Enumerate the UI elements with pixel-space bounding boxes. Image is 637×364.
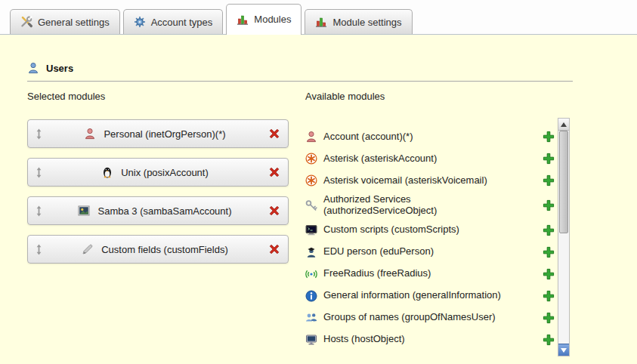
module-info: Custom fields (customFields) <box>49 243 261 255</box>
add-module-button[interactable] <box>543 131 555 143</box>
tab-account-types[interactable]: Account types <box>123 9 224 34</box>
available-module-row: Custom scripts (customScripts) <box>305 222 555 239</box>
add-module-button[interactable] <box>543 334 555 346</box>
add-icon <box>543 224 555 236</box>
tab-bar: General settingsAccount typesModulesModu… <box>0 0 637 35</box>
drag-handle-icon[interactable] <box>28 128 49 140</box>
module-info: Samba 3 (sambaSamAccount) <box>49 205 261 217</box>
add-module-button[interactable] <box>543 199 555 211</box>
selected-module-row[interactable]: Personal (inetOrgPerson)(*) <box>27 119 289 148</box>
add-module-button[interactable] <box>543 246 555 258</box>
asterisk-icon <box>305 153 317 165</box>
module-label: Samba 3 (sambaSamAccount) <box>97 205 231 217</box>
module-label: Unix (posixAccount) <box>121 167 209 178</box>
available-modules-heading: Available modules <box>305 91 385 102</box>
selected-module-row[interactable]: Unix (posixAccount) <box>27 158 289 187</box>
selected-modules-list: Personal (inetOrgPerson)(*)Unix (posixAc… <box>27 119 289 273</box>
tab-modules[interactable]: Modules <box>226 4 301 35</box>
tab-label: Account types <box>151 17 213 28</box>
chart-icon <box>237 14 249 26</box>
section-divider <box>27 81 573 82</box>
account-icon <box>305 131 317 143</box>
selected-modules-heading: Selected modules <box>27 91 105 102</box>
add-icon <box>543 246 555 258</box>
scroll-down-button[interactable] <box>558 344 569 356</box>
scrollbar[interactable] <box>558 118 570 356</box>
module-label: Personal (inetOrgPerson)(*) <box>104 128 225 140</box>
lam-configuration-screen: General settingsAccount typesModulesModu… <box>0 0 637 364</box>
tab-module-settings[interactable]: Module settings <box>305 9 412 34</box>
available-module-row: Groups of names (groupOfNamesUser) <box>305 310 555 326</box>
add-icon <box>543 153 555 165</box>
module-label: General information (generalInformation) <box>323 290 520 301</box>
available-module-row: Account (account)(*) <box>305 128 555 145</box>
add-icon <box>543 268 555 280</box>
user-icon <box>27 62 39 74</box>
gear-icon <box>134 16 146 28</box>
drag-handle-icon[interactable] <box>28 205 49 217</box>
asterisk-icon <box>305 174 317 187</box>
remove-icon <box>268 243 280 255</box>
section-title: Users <box>46 63 73 74</box>
remove-module-button[interactable] <box>261 128 288 140</box>
remove-module-button[interactable] <box>261 205 288 217</box>
scroll-up-button[interactable] <box>558 119 569 131</box>
add-module-button[interactable] <box>543 174 555 187</box>
script-icon <box>305 224 317 236</box>
tab-label: Module settings <box>332 17 401 28</box>
remove-icon <box>268 205 280 217</box>
edu-icon <box>305 246 317 258</box>
add-icon <box>543 174 555 187</box>
scrollbar-thumb[interactable] <box>559 131 568 233</box>
scroll-up-icon <box>561 122 567 127</box>
radius-icon <box>305 268 317 280</box>
available-module-row: FreeRadius (freeRadius) <box>305 266 555 282</box>
tab-label: Modules <box>254 14 291 25</box>
info-icon <box>305 290 317 302</box>
available-module-row: Asterisk (asteriskAccount) <box>305 150 555 167</box>
tabs: General settingsAccount typesModulesModu… <box>10 4 413 34</box>
module-label: Groups of names (groupOfNamesUser) <box>323 312 520 323</box>
module-label: Hosts (hostObject) <box>323 334 520 345</box>
selected-module-row[interactable]: Custom fields (customFields) <box>27 235 289 264</box>
add-icon <box>543 199 555 211</box>
add-icon <box>543 334 555 346</box>
available-modules-list: Account (account)(*)Asterisk (asteriskAc… <box>305 118 570 356</box>
add-module-button[interactable] <box>543 268 555 280</box>
services-icon <box>305 199 317 211</box>
scroll-down-icon <box>561 348 567 353</box>
available-module-row: Authorized Services (authorizedServiceOb… <box>305 194 555 217</box>
module-label: Custom fields (customFields) <box>101 244 228 255</box>
remove-module-button[interactable] <box>261 166 288 178</box>
content-panel: Users Selected modules Available modules… <box>0 35 637 364</box>
users-section-header: Users <box>27 62 73 74</box>
tools-icon <box>20 16 32 28</box>
add-module-button[interactable] <box>543 153 555 165</box>
add-module-button[interactable] <box>543 312 555 324</box>
available-module-row: Asterisk voicemail (asteriskVoicemail) <box>305 172 555 189</box>
drag-handle-icon[interactable] <box>28 244 49 255</box>
module-label: EDU person (eduPerson) <box>323 246 520 258</box>
available-modules-rows: Account (account)(*)Asterisk (asteriskAc… <box>305 128 555 353</box>
drag-handle-icon[interactable] <box>28 167 49 178</box>
module-label: Custom scripts (customScripts) <box>323 224 520 236</box>
add-module-button[interactable] <box>543 224 555 236</box>
samba-icon <box>78 205 90 217</box>
module-label: Asterisk (asteriskAccount) <box>323 153 520 165</box>
custom-fields-icon <box>82 243 94 255</box>
available-module-row: Hosts (hostObject) <box>305 332 555 348</box>
remove-icon <box>268 128 280 140</box>
penguin-icon <box>101 166 113 178</box>
add-module-button[interactable] <box>543 290 555 302</box>
add-icon <box>543 290 555 302</box>
add-icon <box>543 312 555 324</box>
add-icon <box>543 131 555 143</box>
tab-general-settings[interactable]: General settings <box>10 9 120 34</box>
group-icon <box>305 312 317 324</box>
host-icon <box>305 334 317 346</box>
remove-module-button[interactable] <box>261 243 288 255</box>
available-module-row: EDU person (eduPerson) <box>305 244 555 261</box>
module-info: Personal (inetOrgPerson)(*) <box>49 128 261 140</box>
selected-module-row[interactable]: Samba 3 (sambaSamAccount) <box>27 196 289 225</box>
module-label: Authorized Services (authorizedServiceOb… <box>323 194 520 217</box>
